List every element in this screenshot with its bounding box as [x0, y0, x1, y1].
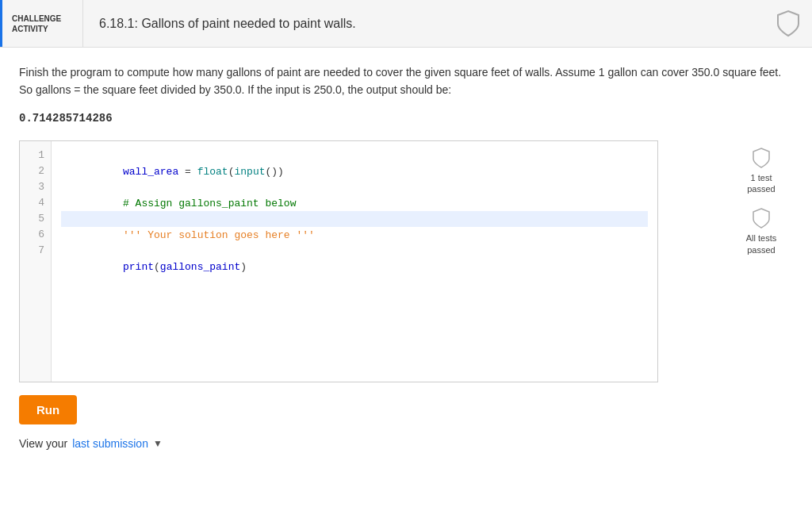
main-content: Finish the program to compute how many g…	[0, 48, 812, 463]
code-line-1: wall_area = float(input())	[61, 148, 648, 163]
badge-icon-1	[752, 147, 771, 169]
challenge-activity-label: CHALLENGE ACTIVITY	[0, 0, 83, 47]
challenge-title: 6.18.1: Gallons of paint needed to paint…	[83, 17, 764, 31]
header: CHALLENGE ACTIVITY 6.18.1: Gallons of pa…	[0, 0, 812, 48]
submission-text: View your	[19, 437, 67, 450]
code-editor[interactable]: 1 2 3 4 5 6 7 wall_area = float(input())…	[19, 140, 658, 382]
test-result-1: 1 test passed	[747, 147, 775, 195]
run-button[interactable]: Run	[19, 395, 77, 424]
code-line-5: ''' Your solution goes here '''	[61, 211, 648, 227]
code-content: wall_area = float(input()) # Assign gall…	[52, 141, 657, 382]
shield-icon-container	[764, 0, 812, 47]
run-button-container: Run	[19, 395, 793, 437]
badge-icon-2	[752, 207, 771, 229]
editor-section: 1 2 3 4 5 6 7 wall_area = float(input())…	[19, 140, 793, 382]
chevron-down-icon[interactable]: ▼	[153, 438, 163, 449]
test-results-panel: 1 test passed All tests passed	[730, 140, 793, 255]
submission-link[interactable]: last submission	[72, 437, 148, 450]
code-line-7: print(gallons_paint)	[61, 243, 648, 259]
line-numbers: 1 2 3 4 5 6 7	[20, 141, 52, 382]
shield-icon	[776, 10, 800, 37]
submission-row[interactable]: View your last submission ▼	[19, 437, 793, 450]
test-result-2: All tests passed	[746, 207, 777, 255]
expected-output: 0.714285714286	[19, 112, 793, 125]
test-result-2-label: All tests passed	[746, 232, 777, 255]
description-text: Finish the program to compute how many g…	[19, 63, 793, 99]
test-result-1-label: 1 test passed	[747, 172, 775, 195]
code-line-3: # Assign gallons_paint below	[61, 179, 648, 195]
